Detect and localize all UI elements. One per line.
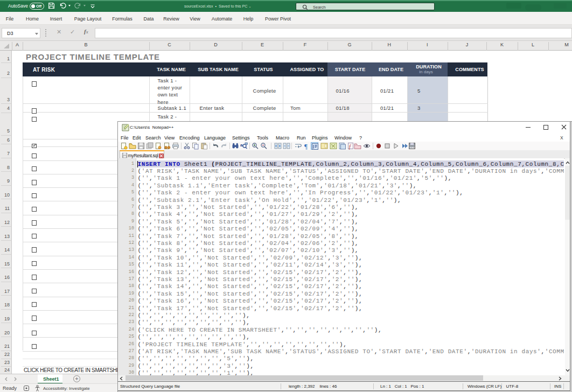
svg-text:¶: ¶ — [304, 142, 308, 150]
svg-text:sav: sav — [410, 146, 415, 149]
svg-text:a: a — [240, 143, 243, 148]
